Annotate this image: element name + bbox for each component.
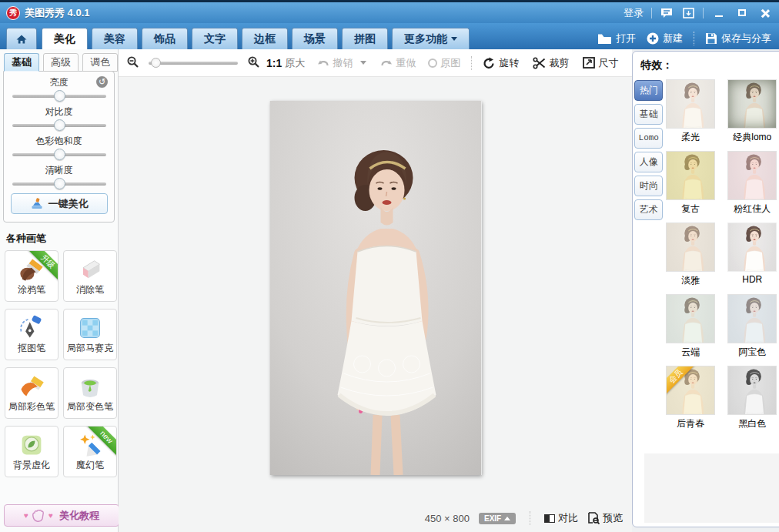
zoom-in-icon[interactable] (247, 55, 260, 71)
main-tab-bar: 美化 美容 饰品 文字 边框 场景 拼图 更多功能 打开 新建 保存与分享 (0, 23, 779, 49)
slider-thumb[interactable] (54, 119, 65, 131)
compare-icon (544, 514, 555, 523)
effect-retro[interactable]: 复古 (666, 151, 715, 216)
resize-button[interactable]: 尺寸 (583, 56, 618, 70)
category-hot[interactable]: 热门 (634, 80, 663, 101)
one-click-beautify-button[interactable]: 一键美化 (11, 193, 108, 214)
left-panel: 基础 高级 调色 ↺ 亮度 对比度 色彩饱和度 清晰度 (0, 49, 119, 532)
local-recolor-pen-button[interactable]: 局部变色笔 (63, 367, 117, 419)
slider-thumb[interactable] (54, 90, 65, 102)
canvas-toolbar: 1:1 原大 撤销 重做 原图 旋转 (119, 49, 632, 77)
tab-color-tune[interactable]: 调色 (82, 53, 118, 72)
rotate-button[interactable]: 旋转 (483, 56, 519, 70)
slider-thumb[interactable] (54, 149, 65, 160)
sharpness-slider[interactable] (12, 182, 106, 186)
reset-icon[interactable]: ↺ (96, 76, 108, 88)
home-tab[interactable] (6, 28, 37, 49)
maximize-button[interactable] (734, 6, 750, 20)
compare-button[interactable]: 对比 (544, 511, 578, 525)
home-icon (15, 33, 28, 45)
slider-thumb[interactable] (54, 178, 65, 189)
tab-advanced[interactable]: 高级 (43, 53, 79, 72)
exif-badge[interactable]: EXIF (479, 513, 516, 524)
ad-placeholder (644, 453, 779, 523)
effect-pink-lady[interactable]: 粉红佳人 (727, 151, 777, 216)
zoom-out-icon[interactable] (126, 55, 139, 71)
effect-post-youth[interactable]: 会员 后青春 (666, 366, 715, 430)
effects-panel: 特效： 热门 基础 Lomo 人像 时尚 艺术 柔光 经典lomo (632, 51, 779, 527)
tab-collage[interactable]: 拼图 (342, 28, 388, 49)
effect-black-white[interactable]: 黑白色 (727, 366, 777, 430)
brightness-slider[interactable] (12, 95, 106, 98)
eraser-pen-button[interactable]: 消除笔 (63, 250, 117, 302)
save-share-button[interactable]: 保存与分享 (705, 32, 771, 45)
effect-elegant[interactable]: 淡雅 (666, 223, 715, 287)
effects-grid: 柔光 经典lomo 复古 粉红佳人 淡雅 (666, 79, 777, 430)
tab-more-features[interactable]: 更多功能 (392, 28, 470, 49)
canvas-image[interactable] (269, 101, 481, 475)
brush-grid: 涂鸦笔 升级 消除笔 抠图笔 局部马赛克 局部彩色笔 局部变色笔 (0, 250, 118, 477)
tab-cosmetics[interactable]: 美容 (92, 28, 138, 49)
view-original-button[interactable]: 原图 (428, 56, 460, 70)
category-basic[interactable]: 基础 (634, 104, 663, 125)
feedback-chat-icon[interactable] (660, 7, 674, 19)
separator (703, 8, 704, 18)
undo-button[interactable]: 撤销 (317, 56, 353, 70)
effect-abao-color[interactable]: 阿宝色 (727, 294, 777, 359)
background-blur-icon (17, 431, 46, 459)
separator (471, 56, 472, 70)
tab-accessories[interactable]: 饰品 (142, 28, 188, 49)
beautify-tutorial-button[interactable]: ♥ ♥ 美化教程 (4, 504, 119, 527)
tab-scenes[interactable]: 场景 (292, 28, 338, 49)
effect-cloud[interactable]: 云端 (666, 294, 715, 359)
category-portrait[interactable]: 人像 (634, 152, 663, 172)
tray-minimize-icon[interactable] (681, 7, 695, 19)
mosaic-button[interactable]: 局部马赛克 (63, 309, 117, 360)
effect-soft-light[interactable]: 柔光 (666, 79, 715, 144)
saturation-slider[interactable] (12, 153, 106, 156)
tab-frames[interactable]: 边框 (242, 28, 288, 49)
saturation-slider-row: 色彩饱和度 (4, 135, 114, 156)
image-dimensions: 450 × 800 (425, 513, 470, 524)
slider-label: 对比度 (4, 105, 114, 119)
close-button[interactable] (757, 6, 773, 20)
doodle-pen-button[interactable]: 涂鸦笔 升级 (5, 250, 59, 302)
effect-classic-lomo[interactable]: 经典lomo (727, 79, 777, 144)
undo-history-arrow-icon[interactable] (360, 61, 366, 65)
tab-text[interactable]: 文字 (192, 28, 238, 49)
tab-basic[interactable]: 基础 (4, 53, 39, 72)
preview-button[interactable]: 预览 (587, 511, 623, 525)
redo-icon (380, 58, 393, 69)
zoom-slider[interactable] (149, 62, 238, 65)
canvas-column: 1:1 原大 撤销 重做 原图 旋转 (119, 49, 632, 532)
sharpness-slider-row: 清晰度 (4, 164, 114, 186)
original-circle-icon (428, 59, 437, 68)
effect-hdr[interactable]: HDR (727, 223, 777, 287)
magic-stamp-icon (30, 198, 44, 210)
separator (651, 8, 652, 18)
eraser-icon (75, 256, 105, 283)
minimize-button[interactable] (711, 6, 727, 20)
effects-header: 特效： (633, 52, 779, 72)
maximize-icon (738, 9, 746, 16)
adjustment-panel: ↺ 亮度 对比度 色彩饱和度 清晰度 一键美化 (3, 71, 115, 223)
crop-scissors-icon (533, 57, 546, 69)
magic-pen-button[interactable]: 魔幻笔 new (63, 426, 117, 477)
cutout-pen-button[interactable]: 抠图笔 (5, 309, 59, 360)
brush-section-header: 各种画笔 (0, 223, 118, 250)
actual-size-button[interactable]: 1:1 原大 (266, 56, 305, 70)
tab-beautify[interactable]: 美化 (42, 28, 88, 49)
redo-button[interactable]: 重做 (380, 56, 416, 70)
new-button[interactable]: 新建 (647, 32, 683, 45)
zoom-slider-thumb[interactable] (151, 58, 161, 68)
app-logo-icon: 秀 (6, 6, 20, 20)
background-blur-button[interactable]: 背景虚化 (5, 426, 59, 477)
contrast-slider[interactable] (12, 124, 106, 127)
minimize-icon (715, 15, 723, 17)
category-fashion[interactable]: 时尚 (634, 176, 663, 196)
login-link[interactable]: 登录 (624, 6, 644, 20)
local-color-pen-button[interactable]: 局部彩色笔 (5, 367, 59, 419)
open-button[interactable]: 打开 (597, 32, 636, 45)
slider-label: 色彩饱和度 (4, 135, 114, 148)
crop-button[interactable]: 裁剪 (533, 56, 569, 70)
